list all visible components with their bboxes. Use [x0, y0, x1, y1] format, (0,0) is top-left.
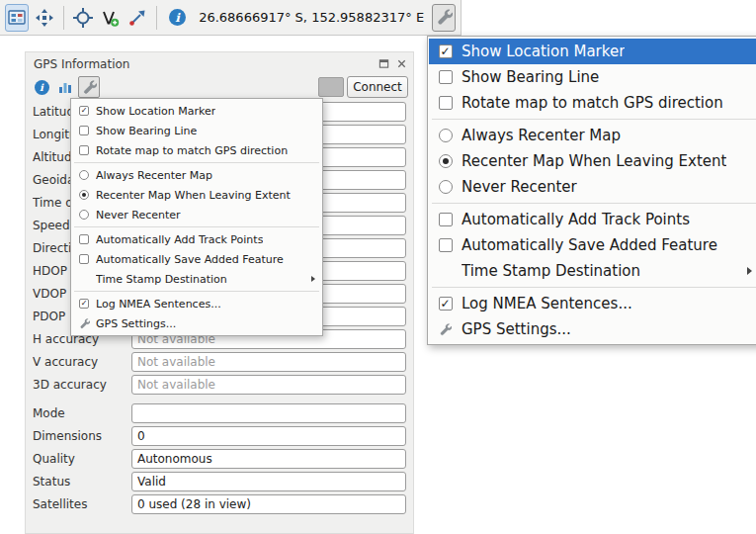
checkbox-unchecked-icon — [439, 238, 453, 252]
menu-item-auto-save-added-feature[interactable]: Automatically Save Added Feature — [72, 249, 321, 269]
float-window-icon — [378, 58, 389, 69]
menu-item-auto-add-track-points[interactable]: Automatically Add Track Points — [429, 207, 756, 232]
menu-item-label: GPS Settings... — [96, 317, 176, 330]
menu-item-recenter-leaving-extent[interactable]: Recenter Map When Leaving Extent — [429, 148, 756, 174]
menu-item-label: Show Bearing Line — [96, 125, 197, 137]
gps-location-button[interactable] — [71, 4, 95, 32]
menu-item-log-nmea[interactable]: Log NMEA Sentences... — [429, 291, 756, 316]
checkbox-unchecked-icon — [79, 145, 89, 155]
menu-item-label: Never Recenter — [96, 209, 181, 222]
close-panel-button[interactable] — [394, 57, 408, 71]
menu-item-time-stamp-destination[interactable]: Time Stamp Destination — [429, 258, 756, 284]
menu-item-always-recenter[interactable]: Always Recenter Map — [72, 165, 321, 185]
wrench-icon — [436, 9, 453, 26]
recenter-map-button[interactable] — [33, 4, 56, 32]
panel-title: GPS Information — [34, 57, 129, 71]
field-label: Mode — [33, 406, 131, 420]
radio-unselected-icon — [79, 210, 89, 220]
position-info-button[interactable] — [31, 76, 52, 98]
menu-item-label: Rotate map to match GPS direction — [462, 94, 723, 112]
panel-gps-options-button[interactable] — [78, 76, 100, 98]
gps-information-panel-toggle-button[interactable] — [5, 4, 29, 32]
add-track-point-button[interactable] — [126, 4, 149, 32]
field-row-mode: Mode — [33, 403, 406, 423]
checkbox-checked-icon — [439, 297, 453, 311]
menu-item-show-location-marker[interactable]: Show Location Marker — [72, 101, 321, 121]
menu-item-label: Automatically Save Added Feature — [96, 253, 284, 266]
add-vertex-button[interactable] — [99, 4, 123, 32]
float-panel-button[interactable] — [377, 57, 390, 71]
field-row-satellites: Satellites — [33, 494, 406, 514]
satellites-input[interactable] — [131, 494, 406, 514]
dimensions-input[interactable] — [131, 426, 406, 446]
checkbox-checked-icon — [79, 106, 89, 116]
accuracy-3d-input[interactable] — [131, 375, 406, 395]
radio-unselected-icon — [439, 129, 453, 142]
menu-item-never-recenter[interactable]: Never Recenter — [429, 174, 756, 200]
gps-information-panel: GPS Information Connect — [25, 51, 414, 534]
checkbox-checked-icon — [79, 299, 89, 309]
menu-item-never-recenter[interactable]: Never Recenter — [72, 205, 321, 224]
panel-toolbar: Connect — [26, 72, 413, 100]
field-row-3d-accuracy: 3D accuracy — [33, 375, 406, 395]
radio-unselected-icon — [79, 170, 89, 180]
checkbox-unchecked-icon — [79, 234, 89, 244]
field-label: 3D accuracy — [33, 378, 131, 392]
field-row-status: Status — [33, 472, 406, 491]
field-label: V accuracy — [33, 355, 131, 369]
connection-status-indicator — [318, 77, 344, 97]
menu-item-label: Recenter Map When Leaving Extent — [462, 152, 726, 170]
menu-item-time-stamp-destination[interactable]: Time Stamp Destination — [72, 269, 321, 289]
menu-item-gps-settings[interactable]: GPS Settings... — [72, 313, 321, 333]
crosshair-target-icon — [73, 8, 93, 28]
field-label: Satellites — [33, 497, 131, 511]
panel-header: GPS Information — [26, 52, 413, 72]
gps-panel-icon — [7, 8, 27, 28]
menu-separator — [74, 291, 319, 292]
menu-item-log-nmea[interactable]: Log NMEA Sentences... — [72, 294, 321, 313]
connect-button[interactable]: Connect — [347, 76, 408, 98]
status-input[interactable] — [131, 472, 406, 491]
menu-item-always-recenter[interactable]: Always Recenter Map — [429, 123, 756, 148]
menu-item-show-bearing-line[interactable]: Show Bearing Line — [72, 121, 321, 140]
wrench-icon — [439, 323, 452, 336]
submenu-arrow-icon — [747, 267, 752, 275]
menu-item-label: Log NMEA Sentences... — [462, 295, 632, 312]
menu-item-label: Time Stamp Destination — [96, 273, 227, 286]
menu-item-label: Never Recenter — [462, 178, 577, 196]
menu-item-auto-save-added-feature[interactable]: Automatically Save Added Feature — [429, 232, 756, 258]
menu-item-label: Rotate map to match GPS direction — [96, 144, 288, 157]
v-accuracy-input[interactable] — [131, 352, 406, 372]
menu-separator — [432, 203, 756, 204]
menu-item-label: Automatically Add Track Points — [462, 211, 690, 228]
menu-separator — [432, 119, 756, 120]
gps-settings-menu-button[interactable] — [432, 4, 456, 32]
field-row-quality: Quality — [33, 449, 406, 469]
toolbar-separator — [63, 6, 64, 30]
mode-input[interactable] — [131, 403, 406, 423]
checkbox-unchecked-icon — [439, 96, 453, 110]
menu-item-rotate-map[interactable]: Rotate map to match GPS direction — [72, 140, 321, 160]
menu-item-show-location-marker[interactable]: Show Location Marker — [429, 39, 756, 64]
gps-toolbar: 26.68666917° S, 152.95882317° E — [0, 0, 462, 36]
menu-item-recenter-leaving-extent[interactable]: Recenter Map When Leaving Extent — [72, 185, 321, 205]
menu-item-show-bearing-line[interactable]: Show Bearing Line — [429, 64, 756, 90]
gps-options-menu-small: Show Location Marker Show Bearing Line R… — [70, 98, 323, 336]
gps-coordinates-readout: 26.68666917° S, 152.95882317° E — [199, 10, 424, 25]
menu-item-label: Show Location Marker — [96, 105, 215, 118]
wrench-icon — [82, 80, 97, 95]
close-icon — [396, 58, 407, 69]
menu-item-rotate-map[interactable]: Rotate map to match GPS direction — [429, 90, 756, 116]
radio-selected-icon — [439, 154, 453, 168]
checkbox-unchecked-icon — [79, 126, 89, 135]
field-row-dimensions: Dimensions — [33, 426, 406, 446]
menu-item-auto-add-track-points[interactable]: Automatically Add Track Points — [72, 229, 321, 249]
signal-strength-button[interactable] — [54, 76, 76, 98]
bar-chart-icon — [57, 79, 73, 95]
menu-item-label: Recenter Map When Leaving Extent — [96, 189, 291, 202]
menu-item-gps-settings[interactable]: GPS Settings... — [429, 316, 756, 342]
menu-item-label: Log NMEA Sentences... — [96, 298, 221, 311]
menu-separator — [74, 226, 319, 227]
quality-input[interactable] — [131, 449, 406, 469]
menu-item-label: Show Location Marker — [462, 43, 625, 60]
